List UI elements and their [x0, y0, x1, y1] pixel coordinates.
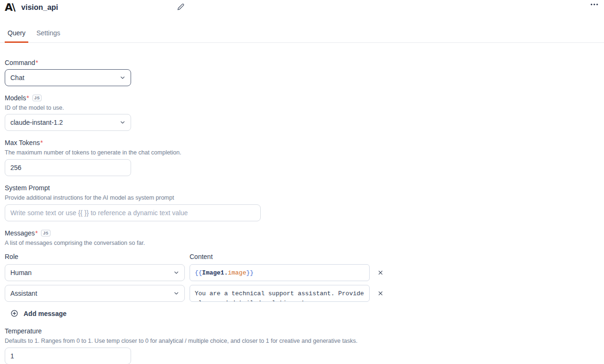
system-prompt-label: System Prompt — [5, 184, 604, 192]
message-role-value: Assistant — [10, 290, 37, 297]
temperature-input[interactable] — [5, 348, 131, 364]
temperature-label: Temperature — [5, 327, 604, 335]
field-max-tokens: Max Tokens* The maximum number of tokens… — [5, 138, 604, 176]
field-system-prompt: System Prompt Provide additional instruc… — [5, 184, 604, 221]
tab-query[interactable]: Query — [5, 26, 28, 42]
system-prompt-input[interactable] — [5, 204, 261, 221]
close-icon — [378, 270, 383, 275]
message-role-select[interactable]: Human — [5, 264, 185, 281]
field-models: Models* JS ID of the model to use. claud… — [5, 94, 604, 131]
models-helper-text: ID of the model to use. — [5, 104, 604, 112]
models-label: Models* JS — [5, 94, 604, 102]
message-content-input[interactable]: You are a technical support assistant. P… — [190, 285, 370, 302]
js-badge[interactable]: JS — [41, 230, 50, 236]
add-message-label: Add message — [24, 310, 66, 317]
max-tokens-label: Max Tokens* — [5, 138, 604, 147]
tab-settings[interactable]: Settings — [33, 26, 63, 42]
header: A\ vision_api — [0, 0, 604, 15]
add-message-button[interactable]: Add message — [10, 309, 66, 317]
max-tokens-input[interactable] — [5, 159, 131, 176]
messages-helper-text: A list of messages comprising the conver… — [5, 239, 604, 247]
field-messages: Messages* JS A list of messages comprisi… — [5, 229, 604, 317]
models-select[interactable]: claude-instant-1.2 — [5, 114, 131, 131]
code-token: {{ — [195, 269, 202, 276]
message-role-select[interactable]: Assistant — [5, 285, 185, 302]
temperature-helper-text: Defaults to 1. Ranges from 0 to 1. Use t… — [5, 337, 604, 345]
content-column-header: Content — [190, 253, 370, 260]
messages-label: Messages* JS — [5, 229, 604, 237]
anthropic-logo-icon: A\ — [5, 2, 15, 13]
ellipsis-icon — [590, 3, 598, 6]
models-select-value: claude-instant-1.2 — [10, 119, 63, 126]
role-column-header: Role — [5, 253, 185, 260]
edit-title-button[interactable] — [176, 2, 185, 11]
command-select[interactable]: Chat — [5, 69, 131, 86]
close-icon — [378, 291, 383, 296]
remove-message-button[interactable] — [374, 267, 387, 279]
remove-message-button[interactable] — [374, 287, 387, 299]
message-content-input[interactable]: {{Image1.image}} — [190, 264, 370, 281]
overflow-menu-button[interactable] — [589, 2, 599, 7]
page-title: vision_api — [21, 3, 58, 12]
message-role-value: Human — [10, 269, 32, 276]
field-temperature: Temperature Defaults to 1. Ranges from 0… — [5, 327, 604, 364]
command-label: Command* — [5, 58, 604, 67]
command-select-value: Chat — [10, 74, 25, 81]
required-asterisk: * — [36, 58, 38, 67]
query-form: Command* Chat Models* JS ID of the model… — [0, 43, 604, 364]
tab-bar: Query Settings — [0, 26, 604, 43]
field-command: Command* Chat — [5, 58, 604, 86]
code-token: Image1. — [202, 269, 228, 276]
chevron-down-icon — [173, 269, 180, 276]
required-asterisk: * — [40, 138, 42, 147]
max-tokens-helper-text: The maximum number of tokens to generate… — [5, 149, 604, 156]
system-prompt-helper-text: Provide additional instructions for the … — [5, 194, 604, 202]
required-asterisk: * — [26, 94, 29, 102]
plus-circle-icon — [10, 309, 18, 317]
chevron-down-icon — [119, 74, 126, 81]
code-token: image — [228, 269, 246, 276]
chevron-down-icon — [119, 119, 126, 126]
pencil-icon — [177, 3, 184, 10]
js-badge[interactable]: JS — [33, 95, 42, 101]
messages-grid: Role Content Human {{Image1.image}} Assi… — [5, 253, 604, 302]
code-token: }} — [246, 269, 254, 276]
chevron-down-icon — [173, 290, 180, 297]
required-asterisk: * — [35, 229, 38, 237]
